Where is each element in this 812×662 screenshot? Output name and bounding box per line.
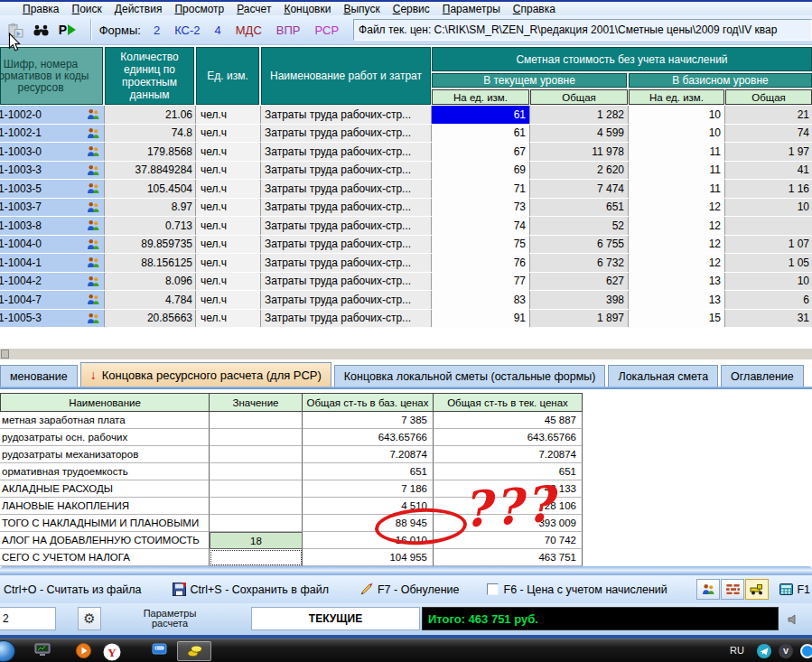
resource-code-cell[interactable]: 1-1002-0 — [0, 106, 104, 124]
form-button[interactable]: ВПР — [276, 23, 301, 37]
resource-row[interactable]: 1-1004-1 88.156125 чел.ч Затраты труда р… — [0, 254, 812, 273]
totals-current-cell[interactable]: 45 887 — [434, 412, 583, 429]
work-name-cell[interactable]: Затраты труда рабочих-стр... — [261, 162, 431, 180]
totals-name-cell[interactable]: АКЛАДНЫЕ РАСХОДЫ — [0, 480, 210, 498]
cur-total-cell[interactable]: 6 755 — [530, 236, 628, 254]
unit-cell[interactable]: чел.ч — [196, 236, 260, 254]
totals-row[interactable]: АКЛАДНЫЕ РАСХОДЫ 7 186 42 133 — [0, 480, 583, 498]
totals-name-cell[interactable]: ормативная трудоемкость — [0, 463, 210, 480]
totals-current-cell[interactable]: 70 742 — [434, 532, 583, 549]
menu-item[interactable]: Расчет — [230, 3, 277, 15]
cur-per-unit-cell[interactable]: 76 — [432, 254, 529, 272]
base-total-cell[interactable] — [725, 217, 812, 235]
save-to-file-button[interactable]: Ctrl+S - Сохранить в файл — [191, 583, 329, 596]
totals-value-cell[interactable] — [210, 463, 303, 480]
machines-toggle-button[interactable] — [745, 579, 769, 600]
totals-name-cell[interactable]: рудозатраты осн. рабочих — [0, 429, 210, 446]
header-base-per-unit[interactable]: На ед. изм. — [629, 89, 724, 105]
menu-item[interactable]: Справка — [507, 3, 562, 15]
taskbar-app-mediaplayer[interactable] — [76, 643, 91, 658]
tab[interactable]: ↓ менование — [0, 365, 78, 387]
quantity-cell[interactable]: 4.784 — [105, 291, 195, 309]
resource-code-cell[interactable]: 1-1002-1 — [0, 125, 104, 143]
resource-code-cell[interactable]: 1-1003-5 — [0, 180, 104, 198]
cur-total-cell[interactable]: 1 282 — [530, 106, 628, 124]
f6-checkbox[interactable] — [487, 583, 499, 595]
resource-code-cell[interactable]: 1-1005-3 — [0, 310, 104, 328]
tab[interactable]: ↓ Концовка локальной сметы (остальные фо… — [334, 365, 606, 387]
base-total-cell[interactable]: 41 — [725, 162, 812, 180]
start-button[interactable] — [0, 640, 15, 662]
menu-item[interactable]: Правка — [16, 3, 66, 15]
base-per-unit-cell[interactable]: 10 — [629, 106, 724, 124]
totals-value-cell[interactable] — [210, 412, 303, 429]
scrollbar-thumb[interactable] — [1, 350, 9, 359]
current-prices-file-path[interactable]: Файл тек. цен: C:\RIK\SM_R\ZEN_R\редакци… — [353, 19, 812, 41]
totals-base-cell[interactable]: 651 — [303, 463, 434, 480]
run-calculation-icon[interactable]: P — [57, 20, 78, 40]
resource-code-cell[interactable]: 1-1004-7 — [0, 291, 104, 309]
resource-code-cell[interactable]: 1-1003-7 — [0, 199, 104, 217]
totals-header-current[interactable]: Общая ст-ть в тек. ценах — [434, 393, 583, 412]
base-total-cell[interactable]: 10 — [725, 273, 812, 291]
quantity-cell[interactable]: 105.4504 — [105, 180, 195, 198]
base-per-unit-cell[interactable]: 12 — [629, 236, 724, 254]
totals-value-cell[interactable] — [210, 498, 303, 515]
form-button[interactable]: 4 — [215, 23, 221, 37]
work-name-cell[interactable]: Затраты труда рабочих-стр... — [261, 273, 431, 291]
unit-cell[interactable]: чел.ч — [196, 143, 260, 161]
quantity-cell[interactable]: 8.97 — [105, 199, 195, 217]
reset-button[interactable]: F7 - Обнуление — [378, 583, 460, 596]
resource-row[interactable]: 1-1003-0 179.8568 чел.ч Затраты труда ра… — [0, 143, 812, 162]
speaker-icon[interactable] — [788, 612, 799, 629]
unit-cell[interactable]: чел.ч — [196, 254, 260, 272]
totals-row[interactable]: ЛАНОВЫЕ НАКОПЛЕНИЯ 4 510 28 106 — [0, 498, 583, 515]
totals-value-cell[interactable] — [210, 429, 303, 446]
cur-total-cell[interactable]: 1 897 — [530, 310, 628, 328]
base-total-cell[interactable]: 1 07 — [725, 236, 812, 254]
base-per-unit-cell[interactable]: 11 — [629, 180, 724, 198]
tab[interactable]: ↓ Концовка ресурсного расчета (для РСР) — [80, 362, 331, 387]
header-unit[interactable]: Ед. изм. — [196, 47, 259, 105]
header-cur-per-unit[interactable]: На ед. изм. — [432, 89, 529, 105]
totals-value-cell[interactable] — [210, 549, 303, 566]
totals-current-cell[interactable]: 42 133 — [434, 480, 583, 498]
resource-row[interactable]: 1-1002-0 21.06 чел.ч Затраты труда рабоч… — [0, 106, 812, 125]
resource-row[interactable]: 1-1004-0 89.859735 чел.ч Затраты труда р… — [0, 236, 812, 255]
work-name-cell[interactable]: Затраты труда рабочих-стр... — [261, 143, 431, 161]
menu-item[interactable]: Концовки — [277, 3, 337, 15]
cur-per-unit-cell[interactable]: 61 — [432, 125, 529, 143]
cur-per-unit-cell[interactable]: 91 — [432, 310, 529, 328]
form-button[interactable]: 2 — [154, 23, 160, 37]
header-quantity[interactable]: Количество единиц по проектным данным — [105, 47, 194, 105]
resource-row[interactable]: 1-1002-1 74.8 чел.ч Затраты труда рабочи… — [0, 125, 812, 144]
totals-base-cell[interactable]: 7.20874 — [303, 446, 434, 463]
cur-total-cell[interactable]: 11 978 — [530, 143, 628, 161]
totals-row[interactable]: метная заработная плата 7 385 45 887 — [0, 412, 583, 429]
base-per-unit-cell[interactable]: 11 — [629, 162, 724, 180]
form-button[interactable]: КС-2 — [174, 23, 200, 37]
header-base-total[interactable]: Общая — [725, 89, 812, 105]
totals-row[interactable]: СЕГО С УЧЕТОМ НАЛОГА 104 955 463 751 — [0, 549, 583, 566]
totals-base-cell[interactable]: 88 945 — [303, 515, 434, 532]
cur-per-unit-cell[interactable]: 69 — [432, 162, 529, 180]
taskbar-app-remote[interactable] — [152, 643, 167, 657]
menu-item[interactable]: Сервис — [387, 3, 436, 15]
menu-item[interactable]: Просмотр — [168, 3, 230, 15]
unit-cell[interactable]: чел.ч — [196, 273, 260, 291]
resource-row[interactable]: 1-1003-5 105.4504 чел.ч Затраты труда ра… — [0, 180, 812, 199]
cur-per-unit-cell[interactable]: 67 — [432, 143, 529, 161]
unit-cell[interactable]: чел.ч — [196, 125, 260, 143]
totals-base-cell[interactable]: 7 385 — [303, 412, 434, 429]
form-button[interactable]: МДС — [236, 23, 262, 37]
telegram-icon[interactable] — [757, 644, 771, 658]
taskbar-app-yandex[interactable]: Y — [103, 643, 121, 661]
totals-base-cell[interactable]: 4 510 — [303, 498, 434, 515]
totals-base-cell[interactable]: 643.65766 — [303, 429, 434, 446]
calc-params-button[interactable]: ⚙ — [78, 607, 101, 630]
work-name-cell[interactable]: Затраты труда рабочих-стр... — [261, 106, 431, 124]
totals-value-cell[interactable] — [210, 480, 303, 498]
base-per-unit-cell[interactable]: 13 — [629, 291, 724, 309]
totals-row[interactable]: рудозатраты осн. рабочих 643.65766 643.6… — [0, 429, 583, 446]
resource-code-cell[interactable]: 1-1004-2 — [0, 273, 104, 291]
